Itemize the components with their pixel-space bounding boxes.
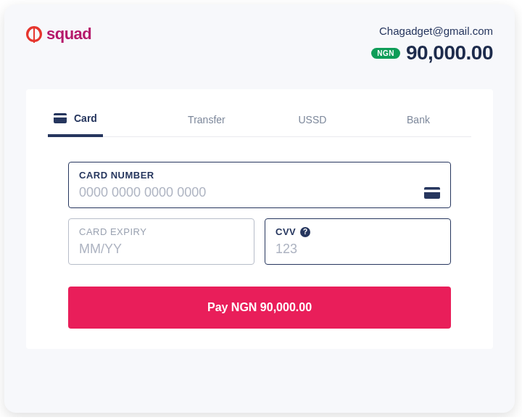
payment-tabs: Card Transfer USSD Bank xyxy=(48,105,471,137)
brand-name: squad xyxy=(46,25,91,44)
svg-rect-0 xyxy=(54,113,67,123)
squad-logo-icon xyxy=(26,26,42,42)
tab-ussd-label: USSD xyxy=(299,114,327,125)
tab-transfer[interactable]: Transfer xyxy=(154,105,260,136)
card-number-input[interactable] xyxy=(79,185,440,200)
tab-card-label: Card xyxy=(74,112,97,124)
account-info: Chagadget@gmail.com NGN 90,000.00 xyxy=(371,25,493,65)
amount-value: 90,000.00 xyxy=(406,41,493,65)
tab-bank-label: Bank xyxy=(407,114,430,125)
card-expiry-label: CARD EXPIRY xyxy=(79,226,244,237)
svg-rect-2 xyxy=(424,187,440,199)
card-number-label: CARD NUMBER xyxy=(79,170,440,181)
svg-rect-3 xyxy=(424,190,440,193)
card-number-field[interactable]: CARD NUMBER xyxy=(68,162,451,208)
cvv-label: CVV ? xyxy=(276,226,440,237)
account-email: Chagadget@gmail.com xyxy=(371,25,493,37)
card-form: CARD NUMBER CARD EXPIRY xyxy=(48,137,471,329)
payment-modal: squad Chagadget@gmail.com NGN 90,000.00 … xyxy=(4,4,515,413)
amount-row: NGN 90,000.00 xyxy=(371,41,493,65)
header: squad Chagadget@gmail.com NGN 90,000.00 xyxy=(26,25,493,65)
brand-logo: squad xyxy=(26,25,91,44)
cvv-label-text: CVV xyxy=(276,226,296,237)
tab-bank[interactable]: Bank xyxy=(365,105,471,136)
card-expiry-field[interactable]: CARD EXPIRY xyxy=(68,218,254,265)
tab-transfer-label: Transfer xyxy=(188,114,225,125)
card-brand-icon xyxy=(424,187,440,199)
tab-card[interactable]: Card xyxy=(48,105,103,137)
cvv-input[interactable] xyxy=(276,242,440,257)
card-expiry-input[interactable] xyxy=(79,242,244,257)
tab-ussd[interactable]: USSD xyxy=(260,105,365,136)
cvv-field[interactable]: CVV ? xyxy=(265,218,451,265)
payment-panel: Card Transfer USSD Bank CARD NUMBER xyxy=(26,89,493,349)
svg-rect-1 xyxy=(54,115,67,118)
cvv-help-icon[interactable]: ? xyxy=(300,227,310,237)
currency-badge: NGN xyxy=(371,48,400,59)
card-icon xyxy=(54,113,67,123)
pay-button[interactable]: Pay NGN 90,000.00 xyxy=(68,287,451,329)
